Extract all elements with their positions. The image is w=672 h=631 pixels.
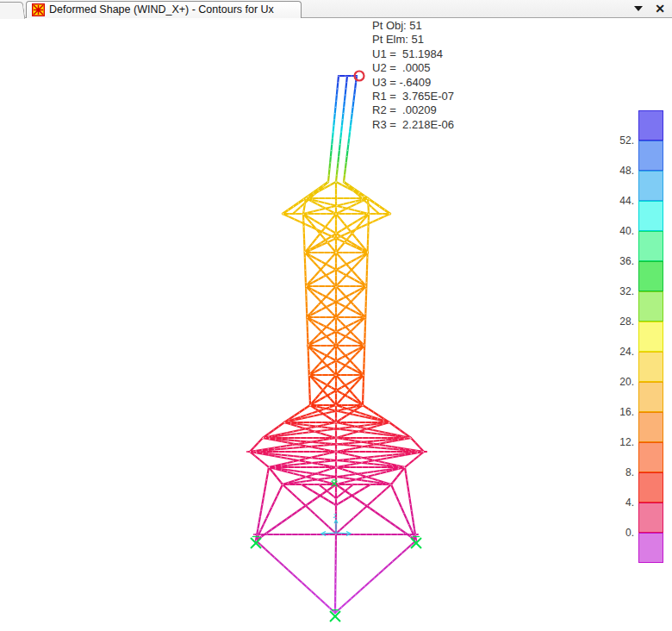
point-info-tooltip: Pt Obj: 51Pt Elm: 51U1 = 51.1984U2 = .00… [372,19,454,132]
window-title: Deformed Shape (WIND_X+) - Contours for … [49,3,274,16]
app-icon [32,3,45,16]
legend-value-label: 32. [596,284,634,298]
legend-color-block [638,382,663,412]
legend-value-label: 24. [596,345,634,359]
legend-value-label: 20. [596,375,634,389]
legend-value-label: 48. [596,164,634,178]
legend-color-block [638,412,663,442]
tooltip-line: R1 = 3.765E-07 [372,90,454,103]
legend-value-label: 0. [596,526,634,540]
tab-bottom-cover [27,18,301,20]
legend-color-block [638,141,663,171]
legend-value-label: 16. [596,405,634,419]
active-window-tab[interactable]: Deformed Shape (WIND_X+) - Contours for … [26,1,302,18]
tooltip-line: Pt Elm: 51 [372,33,454,47]
legend-value-label: 36. [596,254,634,268]
tooltip-line: U3 = -.6409 [372,76,454,90]
model-canvas[interactable]: Z Pt Obj: 51Pt Elm: 51U1 = 51.1984U2 = .… [0,0,672,631]
tooltip-line: U1 = 51.1984 [372,47,454,61]
window-menu-dropdown-icon[interactable] [634,6,643,11]
legend-color-block [638,352,663,382]
legend-color-block [638,201,663,231]
legend-color-block [638,533,663,563]
legend-color-block [638,503,663,533]
window-tab-bar: Deformed Shape (WIND_X+) - Contours for … [0,0,672,18]
legend-color-block [638,291,663,322]
tooltip-line: U2 = .0005 [372,61,454,75]
legend-color-block [638,261,663,291]
close-icon[interactable]: ✕ [655,0,665,17]
legend-value-label: 44. [596,194,634,208]
inactive-tab-fragment[interactable] [0,2,25,19]
legend-color-block [638,110,663,141]
legend-value-label: 12. [596,435,634,449]
axes-z-label: Z [333,513,338,519]
legend-color-block [638,472,663,503]
legend-value-label: 4. [596,496,634,509]
tooltip-line: R3 = 2.218E-06 [372,118,454,132]
legend-value-label: 8. [596,465,634,479]
tooltip-line: R2 = .00209 [372,103,454,117]
legend-color-block [638,442,663,472]
legend-value-label: 52. [596,134,634,147]
deformed-shape-view: Z [0,0,672,631]
legend-color-block [638,171,663,201]
legend-color-block [638,231,663,261]
legend-color-block [638,322,663,352]
tooltip-line: Pt Obj: 51 [372,19,454,33]
legend-value-label: 28. [596,315,634,328]
legend-value-label: 40. [596,224,634,238]
